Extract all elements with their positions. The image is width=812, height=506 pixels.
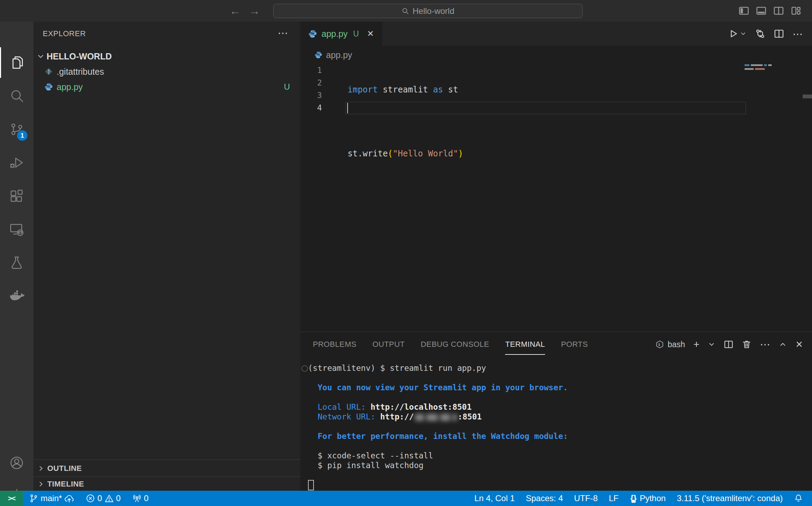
- terminal-line: $ xcode-select --install: [308, 451, 568, 460]
- activity-bar: 1: [0, 22, 33, 491]
- file-name: .gitattributes: [57, 67, 104, 77]
- bracket-token: ): [458, 149, 463, 158]
- maximize-panel-chevron-up-icon[interactable]: [779, 340, 787, 349]
- status-bar-right: Ln 4, Col 1 Spaces: 4 UTF-8 LF {} Python…: [471, 491, 812, 506]
- explorer-more-actions-icon[interactable]: ⋯: [276, 28, 290, 40]
- warning-icon: [105, 494, 114, 503]
- code-line-1: import streamlit as st: [348, 83, 463, 96]
- explorer-sidebar: EXPLORER ⋯ HELLO-WORLD .gitattributes ap…: [33, 22, 300, 491]
- line-number: 3: [301, 89, 322, 101]
- minimap[interactable]: [745, 68, 767, 70]
- panel-actions: $ bash + ⋯ ✕: [655, 332, 803, 357]
- status-bar: >< main* 0 0: [0, 491, 812, 506]
- keyword-token: as: [433, 85, 443, 95]
- code-editor[interactable]: 1 2 3 4 import streamlit as st st.write(…: [300, 64, 812, 332]
- git-branch-item[interactable]: main*: [26, 491, 78, 506]
- forward-icon[interactable]: →: [247, 5, 261, 17]
- keyword-token: import: [348, 85, 378, 95]
- account-icon[interactable]: [0, 452, 33, 474]
- git-untracked-badge: U: [284, 82, 290, 92]
- command-center-label: Hello-world: [413, 6, 454, 16]
- run-debug-icon[interactable]: [0, 152, 33, 174]
- title-bar: ← → Hello-world: [0, 0, 812, 22]
- error-icon: [86, 494, 95, 503]
- problems-item[interactable]: 0 0: [82, 491, 124, 506]
- tab-app-py[interactable]: app.py U ✕: [300, 22, 382, 46]
- back-icon[interactable]: ←: [228, 5, 242, 17]
- bash-icon: $: [655, 340, 664, 349]
- workspace-name: HELLO-WORLD: [47, 51, 112, 62]
- timeline-section-header[interactable]: TIMELINE: [33, 476, 300, 491]
- bottom-panel: PROBLEMS OUTPUT DEBUG CONSOLE TERMINAL P…: [300, 332, 812, 491]
- terminal-line: [308, 373, 568, 383]
- chevron-right-icon: [38, 481, 44, 488]
- svg-text:$: $: [658, 343, 660, 346]
- tab-git-badge: U: [353, 29, 359, 39]
- outline-section-header[interactable]: OUTLINE: [33, 459, 300, 477]
- scm-pending-changes-badge: 1: [17, 130, 27, 141]
- editor-scrollbar-thumb[interactable]: [803, 95, 812, 98]
- terminal-profile-label: bash: [668, 340, 685, 349]
- indentation-item[interactable]: Spaces: 4: [522, 491, 567, 506]
- split-terminal-icon[interactable]: [724, 340, 733, 349]
- terminal-line: [308, 441, 568, 451]
- run-python-file-button[interactable]: [728, 28, 747, 39]
- sidebar-title: EXPLORER: [43, 29, 86, 38]
- eol-item[interactable]: LF: [605, 491, 622, 506]
- new-terminal-icon[interactable]: +: [693, 339, 700, 350]
- minimap[interactable]: [745, 64, 774, 66]
- cursor-position-item[interactable]: Ln 4, Col 1: [471, 491, 518, 506]
- chevron-right-icon: [38, 465, 44, 472]
- terminal-output[interactable]: (streamlitenv) $ streamlit run app.py Yo…: [308, 363, 568, 480]
- breadcrumb-item-file[interactable]: app.py: [326, 50, 352, 60]
- terminal-line: [308, 470, 568, 480]
- split-layout-icon[interactable]: [772, 5, 785, 17]
- command-decoration-icon[interactable]: [301, 365, 308, 372]
- close-icon[interactable]: ✕: [365, 28, 376, 39]
- search-icon[interactable]: [0, 85, 33, 107]
- identifier-token: st.write: [348, 149, 388, 158]
- toggle-panel-icon[interactable]: [755, 5, 768, 17]
- tab-ports[interactable]: PORTS: [561, 332, 588, 357]
- file-row-app-py[interactable]: app.py U: [33, 79, 300, 95]
- line-number: 2: [301, 76, 322, 89]
- tab-terminal[interactable]: TERMINAL: [505, 332, 545, 357]
- notifications-bell-icon[interactable]: [790, 491, 806, 506]
- terminal-line: [308, 422, 568, 431]
- encoding-item[interactable]: UTF-8: [570, 491, 601, 506]
- line-number: 4: [301, 101, 322, 114]
- source-control-icon[interactable]: [0, 118, 33, 140]
- extensions-icon[interactable]: [0, 185, 33, 207]
- tab-debug-console[interactable]: DEBUG CONSOLE: [421, 332, 489, 357]
- forwarded-ports-item[interactable]: 0: [129, 491, 152, 506]
- string-token: "Hello World": [393, 149, 458, 158]
- command-center-search[interactable]: Hello-world: [273, 4, 583, 18]
- chevron-down-icon: [37, 52, 44, 60]
- close-panel-icon[interactable]: ✕: [795, 339, 803, 350]
- line-number: 1: [301, 64, 322, 76]
- workspace-folder-row[interactable]: HELLO-WORLD: [33, 49, 300, 64]
- more-actions-icon[interactable]: ⋯: [793, 28, 803, 40]
- file-name: app.py: [57, 82, 83, 92]
- testing-icon[interactable]: [0, 252, 33, 274]
- docker-icon[interactable]: [0, 285, 33, 307]
- toggle-sidebar-icon[interactable]: [738, 5, 750, 17]
- chevron-down-icon[interactable]: [708, 341, 715, 348]
- outline-title: OUTLINE: [47, 464, 82, 473]
- language-label: Python: [640, 493, 666, 503]
- remote-explorer-icon[interactable]: [0, 218, 33, 240]
- language-mode-item[interactable]: {} Python: [626, 491, 669, 506]
- cloud-upload-icon: [64, 493, 74, 503]
- python-interpreter-item[interactable]: 3.11.5 ('streamlitenv': conda): [673, 491, 786, 506]
- split-editor-icon[interactable]: [774, 28, 784, 39]
- tab-output[interactable]: OUTPUT: [372, 332, 405, 357]
- panel-more-actions-icon[interactable]: ⋯: [760, 339, 770, 350]
- remote-indicator[interactable]: ><: [0, 491, 23, 506]
- open-changes-icon[interactable]: [755, 28, 765, 39]
- kill-terminal-trash-icon[interactable]: [742, 340, 752, 349]
- explorer-icon[interactable]: [0, 51, 33, 74]
- tab-problems[interactable]: PROBLEMS: [313, 332, 356, 357]
- terminal-profile-item[interactable]: $ bash: [655, 340, 685, 349]
- customize-layout-icon[interactable]: [790, 5, 802, 17]
- file-row-gitattributes[interactable]: .gitattributes: [33, 64, 300, 79]
